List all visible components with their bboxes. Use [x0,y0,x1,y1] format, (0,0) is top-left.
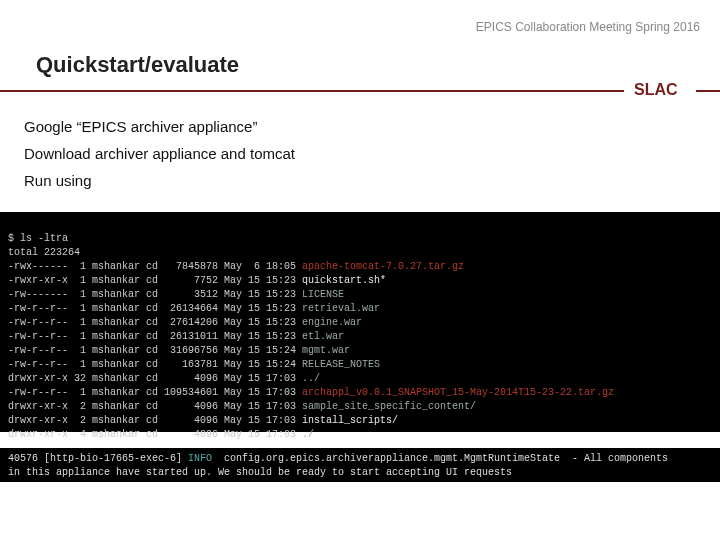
body-line-2: Download archiver appliance and tomcat [24,145,696,162]
term-total: total 223264 [8,247,80,258]
log-prefix: 40576 [http-bio-17665-exec-6] [8,453,188,464]
log-rest: config.org.epics.archiverappliance.mgmt.… [212,453,668,464]
slac-logo: SLAC [624,78,696,100]
body-text: Google “EPICS archiver appliance” Downlo… [24,118,696,199]
slide: EPICS Collaboration Meeting Spring 2016 … [0,0,720,540]
term-rows: -rwx------ 1 mshankar cd 7845878 May 6 1… [8,260,712,442]
term-ls-cmd: $ ls -ltra [8,233,68,244]
log-level: INFO [188,453,212,464]
body-line-3: Run using [24,172,696,189]
terminal-block: $ ls -ltra total 223264 -rwx------ 1 msh… [0,212,720,432]
title-rule [0,90,720,92]
log-block: 40576 [http-bio-17665-exec-6] INFO confi… [0,448,720,482]
meeting-label: EPICS Collaboration Meeting Spring 2016 [0,20,700,34]
logo-text: SLAC [634,81,678,98]
body-line-1: Google “EPICS archiver appliance” [24,118,696,135]
page-title: Quickstart/evaluate [36,52,239,78]
log-line2: in this appliance have started up. We sh… [8,467,512,478]
